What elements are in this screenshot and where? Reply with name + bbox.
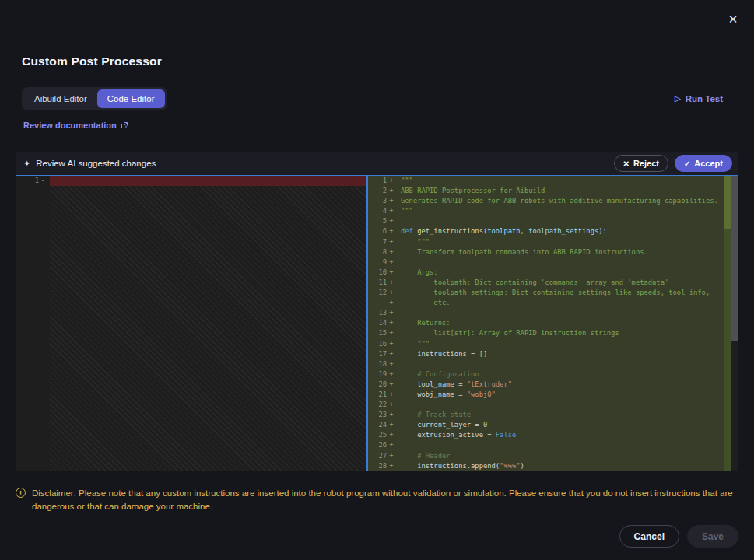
code-line[interactable]: 12+ toolpath_settings: Dict containing s… [368,288,724,298]
reject-x-icon: ✕ [623,159,630,168]
added-line-marker: + [387,278,396,288]
code-line-content: extrusion_active = False [399,430,724,440]
added-line-marker: + [387,430,396,440]
code-line[interactable]: 11+ toolpath: Dict containing 'commands'… [368,278,724,288]
code-line[interactable]: 9+ [368,257,724,268]
code-line[interactable]: 7+ """ [368,237,724,247]
code-line[interactable]: 26+ [368,440,724,450]
code-line[interactable]: 18+ [368,359,724,369]
added-line-marker: + [387,328,396,338]
added-line-marker: + [387,349,396,359]
disclaimer-text: Disclaimer: Please note that any custom … [32,487,735,513]
tabs-row: Aibuild Editor Code Editor ▷ Run Test [22,87,723,110]
code-line[interactable]: 1+""" [368,176,724,186]
code-line-content: Returns: [399,318,724,328]
disclaimer: ! Disclaimer: Please note that any custo… [16,487,735,513]
code-line[interactable]: 19+ # Configuration [368,369,724,380]
code-line[interactable]: 16+ """ [368,339,724,349]
line-number: 2 [368,186,387,196]
diff-original-pane[interactable]: 1 - [16,176,368,471]
line-number: 6 [368,226,387,236]
reject-button[interactable]: ✕ Reject [614,155,668,172]
code-line[interactable]: 17+ instructions = [] [368,349,724,359]
code-line-content: current_layer = 0 [399,420,724,430]
code-line[interactable]: + etc. [368,298,724,308]
code-line-content [399,400,724,410]
diff-modified-pane[interactable]: 1+"""2+ABB RAPID Postprocessor for Aibui… [368,176,724,471]
added-line-marker: + [387,186,396,196]
line-number: 8 [368,247,387,257]
added-line-marker: + [387,237,396,247]
code-line-content: etc. [399,298,724,308]
cancel-button[interactable]: Cancel [619,525,679,548]
scrollbar-thumb[interactable] [731,176,738,341]
code-line[interactable]: 4+""" [368,206,724,216]
diff-filler-stripes [50,186,366,471]
added-line-marker: + [387,410,396,420]
run-test-button[interactable]: ▷ Run Test [675,94,723,103]
code-line-content: # Header [399,451,724,461]
deleted-code-line[interactable]: 1 - [16,176,366,186]
line-number: 12 [368,288,387,298]
review-documentation-link[interactable]: Review documentation [23,121,128,130]
added-line-marker: + [387,216,396,226]
reject-label: Reject [633,159,659,168]
ai-review-panel: ✦ Review AI suggested changes ✕ Reject ✓… [16,152,738,471]
line-number [368,298,387,308]
code-line-content: list[str]: Array of RAPID instruction st… [399,328,724,338]
added-line-marker: + [387,247,396,257]
accept-button[interactable]: ✓ Accept [675,155,732,172]
line-number: 10 [368,268,387,278]
line-number: 16 [368,339,387,349]
code-line-content: wobj_name = "wobj0" [399,390,724,400]
code-line[interactable]: 27+ # Header [368,451,724,461]
added-line-marker: + [387,196,396,206]
code-line[interactable]: 13+ [368,308,724,318]
code-line[interactable]: 5+ [368,216,724,226]
vertical-scrollbar[interactable] [731,176,738,471]
line-number: 1 [16,176,39,186]
line-number: 18 [368,359,387,369]
code-line-content [399,440,724,450]
added-line-marker: + [387,226,396,236]
ai-sparkle-icon: ✦ [23,159,30,169]
footer-actions: Cancel Save [619,525,738,548]
added-line-marker: + [387,390,396,400]
code-line[interactable]: 28+ instructions.append("%%%") [368,461,724,471]
removed-line-marker: - [39,176,47,186]
added-line-marker: + [387,359,396,369]
tab-code-editor[interactable]: Code Editor [97,89,165,108]
code-line[interactable]: 21+ wobj_name = "wobj0" [368,390,724,400]
code-line[interactable]: 3+Generates RAPID code for ABB robots wi… [368,196,724,206]
code-line-content: """ [399,206,724,216]
code-line-content: """ [399,339,724,349]
diff-editor[interactable]: 1 - 1+"""2+ABB RAPID Postprocessor for A… [16,175,738,471]
line-number: 15 [368,328,387,338]
code-line[interactable]: 15+ list[str]: Array of RAPID instructio… [368,328,724,338]
code-line[interactable]: 10+ Args: [368,268,724,278]
code-line[interactable]: 8+ Transform toolpath commands into ABB … [368,247,724,257]
code-line[interactable]: 23+ # Track state [368,410,724,420]
code-line[interactable]: 24+ current_layer = 0 [368,420,724,430]
added-line-marker: + [387,339,396,349]
overview-ruler[interactable] [724,176,738,471]
added-line-marker: + [387,400,396,410]
close-button[interactable]: ✕ [724,11,742,28]
code-line[interactable]: 2+ABB RAPID Postprocessor for Aibuild [368,186,724,196]
minimap[interactable] [724,176,731,471]
code-line[interactable]: 22+ [368,400,724,410]
editor-tabs: Aibuild Editor Code Editor [22,87,167,110]
code-line[interactable]: 20+ tool_name = "tExtruder" [368,380,724,390]
added-line-marker: + [387,176,396,186]
code-line[interactable]: 25+ extrusion_active = False [368,430,724,440]
code-line[interactable]: 14+ Returns: [368,318,724,328]
code-line-content [399,216,724,226]
line-number: 5 [368,216,387,226]
code-line-content: Transform toolpath commands into ABB RAP… [399,247,724,257]
tab-aibuild-editor[interactable]: Aibuild Editor [24,89,97,108]
page-title: Custom Post Processor [22,54,754,68]
run-test-label: Run Test [686,94,723,103]
save-button[interactable]: Save [687,525,738,548]
code-line[interactable]: 6+def get_instructions(toolpath, toolpat… [368,226,724,236]
code-line-content: ABB RAPID Postprocessor for Aibuild [399,186,724,196]
